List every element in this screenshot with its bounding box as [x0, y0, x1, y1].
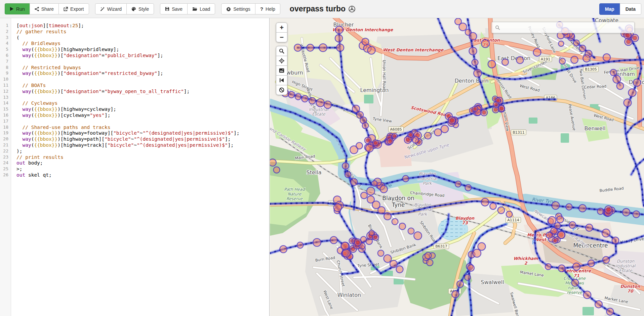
svg-text:Stella: Stella — [307, 169, 322, 176]
svg-text:Path Head: Path Head — [284, 187, 305, 192]
line-number: 1 — [0, 23, 11, 29]
code-line[interactable]: // Bridleways — [16, 41, 269, 47]
svg-text:Estate: Estate — [619, 268, 633, 273]
save-button[interactable]: Save — [160, 3, 188, 14]
code-line[interactable]: out skel qt; — [16, 172, 269, 178]
line-number: 12 — [0, 89, 11, 95]
query-button-group: Run Share Export — [5, 3, 89, 14]
code-line[interactable]: out body; — [16, 160, 269, 166]
ban-icon — [279, 87, 284, 93]
turbo-logo-icon — [348, 5, 356, 13]
svg-text:A6085: A6085 — [390, 127, 402, 132]
svg-text:Park: Park — [418, 212, 428, 217]
line-number: 6 — [0, 53, 11, 59]
map-canvas[interactable]: A695A6085A191B1305A186B1311A1114B6317A69… — [270, 18, 644, 316]
help-button[interactable]: ? Help — [255, 3, 280, 14]
code-line[interactable]: // gather results — [16, 29, 269, 35]
svg-text:Blaydon on: Blaydon on — [382, 195, 414, 201]
play-icon — [10, 7, 14, 11]
svg-text:70: 70 — [627, 288, 634, 294]
code-line[interactable]: way({{bbox}})[cycleway="yes"]; — [16, 112, 269, 119]
code-line[interactable]: ); — [16, 148, 269, 154]
image-icon — [279, 68, 284, 73]
line-number: 19 — [0, 130, 11, 136]
code-editor[interactable]: 1234567891011121314151617181920212223242… — [0, 18, 270, 316]
svg-text:Metrocentre: Metrocentre — [573, 242, 608, 249]
code-line[interactable]: way({{bbox}})["designation"="byway_open_… — [16, 89, 269, 95]
code-line[interactable]: ( — [16, 35, 269, 41]
share-label: Share — [41, 6, 54, 12]
line-number: 15 — [0, 106, 11, 112]
code-line[interactable]: way({{bbox}})[highway=bridleway]; — [16, 47, 269, 53]
code-line[interactable] — [16, 119, 269, 125]
line-number-gutter: 1234567891011121314151617181920212223242… — [0, 18, 11, 316]
data-view-button[interactable]: Data — [620, 3, 641, 15]
line-number: 26 — [0, 172, 11, 178]
svg-text:Whickham: Whickham — [513, 256, 538, 261]
run-button[interactable]: Run — [5, 3, 30, 14]
palette-icon — [131, 7, 136, 11]
code-line[interactable] — [16, 77, 269, 83]
code-line[interactable]: way({{bbox}})[highway=track]["bicycle"~"… — [16, 142, 269, 148]
map-tool-controls — [276, 46, 287, 95]
load-button[interactable]: Load — [187, 3, 215, 14]
line-number: 7 — [0, 59, 11, 65]
map-search-input[interactable] — [503, 25, 634, 31]
line-number: 16 — [0, 112, 11, 119]
code-line[interactable]: // Cycleways — [16, 100, 269, 106]
map-search-box — [491, 22, 635, 33]
code-line[interactable]: way({{bbox}})[highway=path]["bicycle"~"^… — [16, 136, 269, 142]
svg-text:Winlaton: Winlaton — [337, 292, 361, 298]
rewind-button[interactable] — [276, 75, 287, 85]
code-line[interactable]: // Shared-use paths and tracks — [16, 125, 269, 131]
app-title: overpass turbo — [290, 4, 356, 13]
code-line[interactable]: way({{bbox}})[highway=footway]["bicycle"… — [16, 130, 269, 136]
code-line[interactable]: way({{bbox}})[highway=cycleway]; — [16, 106, 269, 112]
svg-text:Nature: Nature — [288, 192, 302, 196]
code-area[interactable]: [out:json][timeout:25];// gather results… — [11, 18, 269, 316]
run-label: Run — [16, 6, 25, 12]
file-button-group: Save Load — [160, 3, 215, 14]
code-line[interactable]: // print results — [16, 154, 269, 161]
svg-text:Swalwell: Swalwell — [481, 279, 504, 285]
code-line[interactable]: // BOATs — [16, 83, 269, 89]
code-line[interactable]: >; — [16, 166, 269, 172]
zoom-controls: + − — [276, 22, 287, 42]
help-label: Help — [266, 6, 275, 12]
code-line[interactable]: [out:json][timeout:25]; — [16, 23, 269, 29]
magic-wand-icon — [100, 7, 105, 11]
style-button[interactable]: Style — [126, 3, 154, 14]
clear-map-button[interactable] — [276, 85, 287, 95]
svg-text:2: 2 — [524, 261, 528, 266]
zoom-in-button[interactable]: + — [276, 22, 287, 33]
locate-button[interactable] — [276, 56, 287, 66]
svg-text:Union Hall Road: Union Hall Road — [382, 60, 387, 90]
svg-text:West Denton Interchange: West Denton Interchange — [383, 47, 444, 52]
question-icon: ? — [260, 6, 263, 12]
map-search-button[interactable] — [276, 46, 287, 56]
save-label: Save — [172, 6, 183, 12]
svg-text:A1114: A1114 — [507, 218, 519, 222]
export-label: Export — [70, 6, 84, 12]
wizard-button[interactable]: Wizard — [95, 3, 127, 14]
export-image-button[interactable] — [276, 65, 287, 76]
code-line[interactable]: way({{bbox}})["designation"="public_brid… — [16, 53, 269, 59]
skip-back-icon — [279, 78, 284, 83]
load-label: Load — [200, 6, 210, 12]
line-number: 22 — [0, 148, 11, 154]
share-button[interactable]: Share — [30, 3, 59, 14]
map-pane[interactable]: A695A6085A191B1305A186B1311A1114B6317A69… — [270, 18, 644, 316]
code-line[interactable]: // Restricted byways — [16, 65, 269, 71]
code-line[interactable] — [16, 59, 269, 65]
svg-text:Dunston: Dunston — [620, 284, 640, 289]
map-view-button[interactable]: Map — [599, 3, 620, 15]
line-number: 3 — [0, 35, 11, 41]
svg-text:73: 73 — [462, 220, 468, 225]
line-number: 8 — [0, 65, 11, 71]
code-line[interactable] — [16, 95, 269, 101]
export-button[interactable]: Export — [58, 3, 89, 14]
zoom-out-button[interactable]: − — [276, 32, 287, 42]
code-line[interactable]: way({{bbox}})["designation"="restricted_… — [16, 71, 269, 77]
settings-button[interactable]: Settings — [221, 3, 255, 14]
search-icon — [279, 48, 284, 54]
